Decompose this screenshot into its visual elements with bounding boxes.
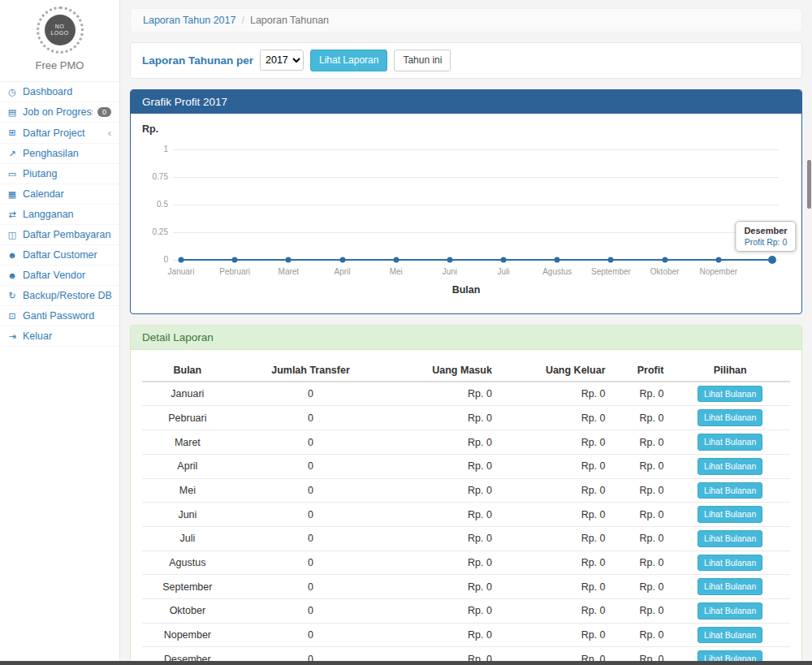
x-axis-tick-label: April xyxy=(335,267,351,276)
sidebar-item-job-on-progress[interactable]: ▤Job on Progress0 xyxy=(0,102,119,123)
table-row: Juli0Rp. 0Rp. 0Rp. 0Lihat Bulanan xyxy=(142,526,790,551)
view-report-button[interactable]: Lihat Laporan xyxy=(310,50,387,71)
sidebar-item-dashboard[interactable]: ◷Dashboard xyxy=(0,82,119,102)
view-month-button[interactable]: Lihat Bulanan xyxy=(698,386,762,403)
breadcrumb-link-laporan-tahun[interactable]: Laporan Tahun 2017 xyxy=(143,15,235,26)
brand-name: Free PMO xyxy=(0,59,119,71)
view-month-button[interactable]: Lihat Bulanan xyxy=(698,506,762,523)
view-month-button[interactable]: Lihat Bulanan xyxy=(698,482,762,499)
column-header-uang-masuk: Uang Masuk xyxy=(388,360,499,382)
money-icon: ▭ xyxy=(6,169,18,179)
detail-panel-title: Detail Laporan xyxy=(131,326,801,350)
breadcrumb: Laporan Tahun 2017/Laporan Tahunan xyxy=(130,8,802,32)
sidebar-item-langganan[interactable]: ⇄Langganan xyxy=(0,205,119,225)
payment-icon: ◫ xyxy=(6,230,18,240)
x-axis-tick-label: Oktober xyxy=(650,267,680,276)
chart-point-april[interactable] xyxy=(339,257,345,262)
chart-point-mei[interactable] xyxy=(393,257,399,262)
cell-month: Agustus xyxy=(142,551,233,575)
sidebar-item-label: Piutang xyxy=(23,168,113,179)
sidebar-item-ganti-password[interactable]: ⊡Ganti Password xyxy=(0,306,119,326)
this-year-button[interactable]: Tahun ini xyxy=(394,50,451,71)
cell-transfer: 0 xyxy=(233,598,389,623)
chart-point-januari[interactable] xyxy=(179,257,184,262)
detail-panel-body: BulanJumlah TransferUang MasukUang Kelua… xyxy=(131,350,801,665)
chart-point-juni[interactable] xyxy=(447,257,452,262)
chart-point-nopember[interactable] xyxy=(715,257,721,262)
tooltip-value: Profit Rp: 0 xyxy=(744,237,787,247)
view-month-button[interactable]: Lihat Bulanan xyxy=(698,578,762,595)
cell-month: Juni xyxy=(142,503,233,527)
cell-profit: Rp. 0 xyxy=(612,406,671,430)
logo-text-top: NO xyxy=(55,24,65,30)
cell-profit: Rp. 0 xyxy=(612,454,671,478)
sidebar-item-keluar[interactable]: ⇥Keluar xyxy=(0,326,119,347)
sidebar-item-daftar-project[interactable]: ⊞Daftar Project‹ xyxy=(0,123,119,144)
sidebar-item-daftar-customer[interactable]: ☻Daftar Customer xyxy=(0,245,119,266)
view-month-button[interactable]: Lihat Bulanan xyxy=(698,434,762,451)
main-content: Laporan Tahun 2017/Laporan Tahunan Lapor… xyxy=(120,0,812,665)
view-month-button[interactable]: Lihat Bulanan xyxy=(698,409,762,426)
x-axis-tick-label: September xyxy=(591,267,631,276)
chart-gridline xyxy=(173,177,779,178)
table-row: Maret0Rp. 0Rp. 0Rp. 0Lihat Bulanan xyxy=(142,430,790,455)
sidebar-item-piutang[interactable]: ▭Piutang xyxy=(0,164,119,184)
sidebar-item-calendar[interactable]: ▦Calendar xyxy=(0,184,119,205)
cell-transfer: 0 xyxy=(233,575,389,599)
report-filter-panel: Laporan Tahunan per 2017 Lihat Laporan T… xyxy=(130,42,802,79)
sidebar-item-daftar-vendor[interactable]: ☻Daftar Vendor xyxy=(0,266,119,286)
y-axis-tick-label: 1 xyxy=(142,145,168,153)
cell-profit: Rp. 0 xyxy=(612,478,671,503)
chart-point-agustus[interactable] xyxy=(555,257,560,262)
cell-profit: Rp. 0 xyxy=(612,503,671,527)
view-month-button[interactable]: Lihat Bulanan xyxy=(698,530,762,547)
chart-point-september[interactable] xyxy=(608,257,614,262)
repeat-icon: ⇄ xyxy=(6,209,18,220)
detail-report-panel: Detail Laporan BulanJumlah TransferUang … xyxy=(130,325,802,665)
cell-in: Rp. 0 xyxy=(388,575,499,599)
sidebar-item-daftar-pembayaran[interactable]: ◫Daftar Pembayaran xyxy=(0,225,119,245)
y-axis-tick-label: 0.25 xyxy=(142,227,168,236)
scrollbar-thumb[interactable] xyxy=(807,160,811,209)
cell-in: Rp. 0 xyxy=(388,623,499,647)
users-icon: ☻ xyxy=(6,250,18,260)
window-bottom-edge xyxy=(0,661,812,665)
cell-action: Lihat Bulanan xyxy=(670,575,790,599)
y-axis-tick-label: 0.75 xyxy=(142,172,168,181)
sidebar-item-label: Daftar Customer xyxy=(23,249,113,261)
sidebar-item-penghasilan[interactable]: ↗Penghasilan xyxy=(0,144,119,164)
chart-point-desember[interactable] xyxy=(768,256,776,264)
sidebar-item-backup-restore-db[interactable]: ↻Backup/Restore DB xyxy=(0,286,119,306)
chart-point-pebruari[interactable] xyxy=(232,257,238,262)
cell-profit: Rp. 0 xyxy=(612,598,671,623)
line-chart-icon: ↗ xyxy=(6,149,18,159)
sidebar-item-label: Calendar xyxy=(23,188,113,200)
profit-chart: Rp. Bulan 10.750.50.250JanuariPebruariMa… xyxy=(142,123,790,304)
chart-gridline xyxy=(173,149,779,150)
sidebar-item-label: Ganti Password xyxy=(23,310,113,322)
x-axis-tick-label: Juli xyxy=(498,267,510,276)
chart-point-oktober[interactable] xyxy=(662,257,667,262)
view-month-button[interactable]: Lihat Bulanan xyxy=(698,458,762,475)
cell-action: Lihat Bulanan xyxy=(670,598,790,623)
table-row: Oktober0Rp. 0Rp. 0Rp. 0Lihat Bulanan xyxy=(142,598,790,623)
year-select[interactable]: 2017 xyxy=(260,50,304,71)
view-month-button[interactable]: Lihat Bulanan xyxy=(698,602,762,620)
y-axis-tick-label: 0.5 xyxy=(142,200,168,209)
chart-series-line xyxy=(181,259,772,261)
no-logo-stamp-icon: NO LOGO xyxy=(37,6,84,54)
cell-in: Rp. 0 xyxy=(388,551,499,575)
x-axis-title: Bulan xyxy=(452,284,481,296)
sidebar-item-label: Langganan xyxy=(23,209,113,220)
chart-point-maret[interactable] xyxy=(286,257,292,262)
cell-out: Rp. 0 xyxy=(499,598,612,623)
cell-month: September xyxy=(142,575,233,599)
cell-out: Rp. 0 xyxy=(499,430,612,455)
view-month-button[interactable]: Lihat Bulanan xyxy=(698,555,762,572)
view-month-button[interactable]: Lihat Bulanan xyxy=(698,627,762,644)
sidebar-item-label: Keluar xyxy=(23,330,113,342)
app-window: NO LOGO Free PMO ◷Dashboard▤Job on Progr… xyxy=(0,0,812,665)
tasks-icon: ▤ xyxy=(6,107,18,118)
cell-in: Rp. 0 xyxy=(388,430,499,455)
chart-point-juli[interactable] xyxy=(501,257,507,262)
